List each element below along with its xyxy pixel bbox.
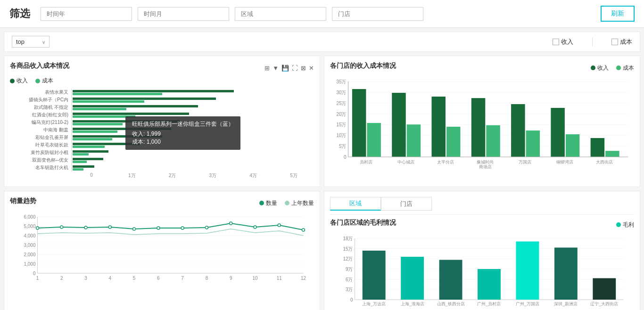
gross-x-label: 广州_员村店 <box>477 302 501 306</box>
stores-legend-cost-label: 成本 <box>623 64 634 72</box>
current-dot <box>157 227 160 229</box>
x-label: 2 <box>60 276 63 281</box>
store-bar-cost <box>486 125 500 157</box>
hbar-row <box>73 141 314 149</box>
trend-legend-qty-label: 数量 <box>266 199 277 207</box>
x-label: 10 <box>252 276 258 281</box>
current-dot <box>205 226 208 229</box>
toolbar-icon-1[interactable]: ⊞ <box>264 65 270 72</box>
hbar-x-label: 3万 <box>192 172 233 179</box>
gross-header: 各门店区域的毛利情况 毛利 <box>330 219 634 231</box>
current-dot <box>133 228 136 230</box>
store-bar-income <box>471 98 485 157</box>
hbar-chart: 表情水果又摄镜头杯子（PC内款式随机 不指定红酒金(粉红女郎)蝙马克灯(2110… <box>10 89 314 181</box>
hbar-income-bar <box>73 98 216 100</box>
toolbar-icon-2[interactable]: ▼ <box>272 65 279 72</box>
stores-legend: 收入 成本 <box>591 64 634 72</box>
x-label: 9 <box>230 276 232 281</box>
legend-income: 收入 <box>10 77 28 85</box>
toolbar-icon-5[interactable]: ⊠ <box>301 65 306 72</box>
stores-title: 各门店的收入成本情况 <box>330 62 396 70</box>
checkbox-income-box[interactable] <box>553 39 559 45</box>
hbar-label: 蝙马克灯(2110-2) <box>10 119 71 126</box>
gross-bar <box>516 242 539 300</box>
content: top 收入 成本 各商品收入成本情况 ⊞ ▼ 💾 ⛶ <box>0 28 644 310</box>
y-label: 6万 <box>346 277 353 282</box>
hbar-cost-bar <box>73 100 144 103</box>
store-x-label: 铜锣湾店 <box>556 160 573 164</box>
current-dot <box>230 222 232 225</box>
gross-bar <box>593 278 616 300</box>
store-bar-cost <box>566 134 580 157</box>
goods-legend: 收入 成本 <box>10 77 314 85</box>
current-dot <box>254 226 256 228</box>
gross-bar <box>554 248 578 300</box>
page-title: 筛选 <box>9 7 30 21</box>
hbar-income-bar <box>73 128 171 130</box>
stores-chart: 35万30万25万20万15万10万5万0员村店中心城店太平分店豫城时尚商场店万… <box>330 77 634 180</box>
hbar-income-bar <box>73 90 234 92</box>
goods-toolbar: ⊞ ▼ 💾 ⛶ ⊠ ✕ <box>264 65 314 72</box>
hbar-cost-bar <box>73 146 105 148</box>
toolbar-icon-3[interactable]: 💾 <box>281 65 289 72</box>
refresh-button[interactable]: 刷新 <box>601 6 635 22</box>
gross-bar <box>478 269 501 300</box>
trend-legend: 数量 上年数量 <box>259 199 314 207</box>
x-label: 4 <box>109 276 112 281</box>
store-x-label: 中心城店 <box>397 160 414 164</box>
main-grid: 各商品收入成本情况 ⊞ ▼ 💾 ⛶ ⊠ ✕ 收入 成本 <box>4 56 640 187</box>
gross-legend: 毛利 <box>616 221 634 229</box>
hbar-income-bar <box>73 150 108 153</box>
checkbox-cost[interactable]: 成本 <box>611 38 632 46</box>
goods-title: 各商品收入成本情况 <box>10 62 69 70</box>
checkbox-income[interactable]: 收入 <box>553 38 573 46</box>
top-dropdown[interactable]: top <box>12 36 50 48</box>
checkbox-cost-box[interactable] <box>611 39 618 45</box>
filter-store[interactable] <box>332 7 423 21</box>
gross-x-label: 广州_万国店 <box>516 302 539 306</box>
y-label: 20万 <box>336 112 346 117</box>
gross-chart: 18万15万12万9万6万3万0上海_万达店上海_淮海店山西_铁西分店广州_员村… <box>330 234 634 310</box>
x-label: 7 <box>181 276 184 281</box>
hbar-income-bar <box>73 158 103 160</box>
hbar-label: 束竹炭防锯封小棍 <box>10 149 71 156</box>
hbar-cost-bar <box>73 153 89 155</box>
y-label: 30万 <box>336 90 346 95</box>
y-label: 2,000 <box>24 252 35 257</box>
hbar-label: 中南海 翻盖 <box>10 126 71 134</box>
tab-store[interactable]: 门店 <box>381 197 432 211</box>
top-select-group: top <box>12 36 50 48</box>
hbar-cost-bar <box>73 131 117 133</box>
store-x-label: 大西街店 <box>596 160 613 164</box>
store-x-label: 商场店 <box>479 164 492 169</box>
hbar-income-bar <box>73 135 162 138</box>
tab-region[interactable]: 区域 <box>330 197 381 211</box>
y-label: 25万 <box>336 101 346 106</box>
hbar-x-label: 2万 <box>152 172 193 179</box>
hbar-row <box>73 104 314 111</box>
header: 筛选 刷新 <box>0 0 644 28</box>
x-label: 5 <box>133 276 136 281</box>
gross-x-label: 山西_铁西分店 <box>437 302 465 306</box>
hbar-cost-bar <box>73 161 87 163</box>
hbar-row <box>73 126 314 134</box>
hbar-row <box>73 156 314 164</box>
prev-line <box>38 229 304 236</box>
toolbar-icon-4[interactable]: ⛶ <box>292 65 298 72</box>
stores-legend-income-label: 收入 <box>597 64 609 72</box>
gross-title: 各门店区域的毛利情况 <box>330 219 396 227</box>
hbar-cost-bar <box>73 123 123 125</box>
hbar-row <box>73 149 314 156</box>
toolbar-icon-6[interactable]: ✕ <box>309 65 314 72</box>
store-x-label: 员村店 <box>360 160 372 164</box>
current-dot <box>84 226 87 229</box>
gross-x-label: 深圳_新洲店 <box>554 302 578 306</box>
filter-region[interactable] <box>235 7 326 21</box>
trend-chart: 01,0002,0003,0004,0005,0006,000123456789… <box>10 212 314 287</box>
filter-year[interactable] <box>41 7 132 21</box>
filter-month[interactable] <box>138 7 229 21</box>
region-store-header: 区域 门店 <box>330 197 634 215</box>
gross-svg: 18万15万12万9万6万3万0上海_万达店上海_淮海店山西_铁西分店广州_员村… <box>330 234 634 310</box>
hbar-row <box>73 119 314 126</box>
panel-trend: 销量趋势 数量 上年数量 01,0002,0003,0004,0005,0006… <box>4 191 320 310</box>
